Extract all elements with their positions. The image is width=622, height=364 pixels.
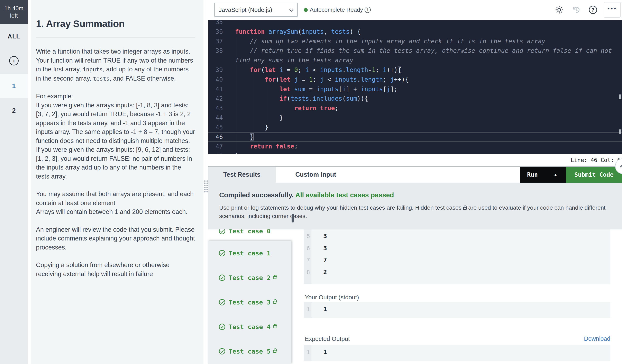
testcase-item[interactable]: Test case 2 xyxy=(208,266,291,290)
code-line[interactable]: 43 return true; xyxy=(208,103,622,113)
autocomplete-status-label: Autocomplete Ready xyxy=(310,7,363,13)
code-line[interactable]: 46 } xyxy=(208,132,622,142)
code-line[interactable]: 36function arraySum(inputs, tests) { xyxy=(208,27,622,37)
title-divider xyxy=(36,38,195,38)
code-text: } xyxy=(235,123,269,132)
io-row: 53 xyxy=(304,230,610,242)
results-summary-panel: Compiled successfully. All available tes… xyxy=(208,183,622,230)
lock-icon xyxy=(273,301,276,304)
code-line[interactable]: 47 return false; xyxy=(208,142,622,151)
expected-output-panel: 11 xyxy=(304,345,610,361)
language-value: JavaScript (Node.js) xyxy=(219,7,272,13)
check-circle-icon xyxy=(218,299,226,306)
testcase-item[interactable]: Test case 4 xyxy=(208,314,291,339)
language-select[interactable]: JavaScript (Node.js) xyxy=(214,3,298,17)
line-number: 48 xyxy=(208,151,223,154)
run-button-label: Run xyxy=(527,171,538,178)
tab-test-results[interactable]: Test Results xyxy=(208,167,276,183)
code-line[interactable]: 45 } xyxy=(208,123,622,132)
rail-all-label: ALL xyxy=(8,33,20,40)
line-number: 38 xyxy=(208,46,223,56)
rail-item-question-1[interactable]: 1 xyxy=(0,74,28,98)
testcase-item[interactable]: Test case 3 xyxy=(208,290,291,314)
lock-icon xyxy=(273,325,276,328)
autocomplete-info-icon[interactable]: i xyxy=(365,7,371,13)
tab-custom-input[interactable]: Custom Input xyxy=(276,167,356,183)
testcase-item[interactable]: Test case 1 xyxy=(208,241,291,266)
line-number: 37 xyxy=(208,37,223,46)
line-number: 36 xyxy=(208,27,223,37)
line-number: 43 xyxy=(208,103,223,113)
code-text: return true; xyxy=(235,103,339,113)
rail-item-question-2[interactable]: 2 xyxy=(0,98,28,123)
timer-line1: 1h 40m xyxy=(4,5,23,12)
help-icon[interactable]: ? xyxy=(589,6,597,14)
run-options-button[interactable]: ▲ xyxy=(545,167,566,183)
code-editor[interactable]: 3536function arraySum(inputs, tests) {37… xyxy=(208,20,622,154)
io-line-number: 1 xyxy=(304,303,310,315)
ellipsis-icon: ••• xyxy=(607,5,617,12)
history-icon[interactable] xyxy=(572,6,580,14)
code-lines: 3536function arraySum(inputs, tests) {37… xyxy=(208,20,622,154)
code-line[interactable]: 37 // sum up two elements in the inputs … xyxy=(208,37,622,46)
editor-region: JavaScript (Node.js) Autocomplete Ready … xyxy=(208,0,622,364)
code-line[interactable]: 44 } xyxy=(208,113,622,123)
download-link[interactable]: Download xyxy=(582,335,610,342)
code-text: for(let i = 0; i < inputs.length-1; i++)… xyxy=(235,65,401,75)
io-line-number: 6 xyxy=(304,242,310,254)
input-rows: 53637782 xyxy=(304,230,610,278)
editor-toolbar: JavaScript (Node.js) Autocomplete Ready … xyxy=(208,0,622,20)
question-paragraph: An engineer will review the code that yo… xyxy=(36,225,195,252)
io-value: 2 xyxy=(323,266,327,278)
your-output-rows: 11 xyxy=(304,303,610,315)
io-value: 7 xyxy=(323,254,327,266)
compile-status-line: Compiled successfully. All available tes… xyxy=(219,191,394,199)
line-number: 46 xyxy=(208,132,223,142)
testcase-scrollbar-thumb[interactable] xyxy=(292,214,294,223)
submit-code-button[interactable]: Submit Code xyxy=(566,167,622,183)
more-options-button[interactable]: ••• xyxy=(603,2,621,18)
rail-item-all[interactable]: ALL xyxy=(0,24,28,49)
theme-toggle-icon[interactable] xyxy=(555,6,563,14)
tab-test-results-label: Test Results xyxy=(223,171,260,178)
inline-code: tests xyxy=(93,76,110,82)
io-line-number: 7 xyxy=(304,254,310,266)
line-number: 42 xyxy=(208,94,223,103)
tab-custom-input-label: Custom Input xyxy=(295,171,336,178)
panel-resize-handle[interactable] xyxy=(204,180,208,193)
io-row: 11 xyxy=(304,303,610,315)
question-body: Write a function that takes two integer … xyxy=(36,47,195,278)
code-line[interactable]: 40 for(let j = 1; j < inputs.length; j++… xyxy=(208,75,622,84)
testcase-input-panel: 53637782 xyxy=(304,230,610,284)
lock-icon xyxy=(273,276,276,279)
rail-item-info[interactable]: i xyxy=(0,49,28,73)
chevron-down-icon xyxy=(289,8,293,12)
io-row: 77 xyxy=(304,254,610,266)
time-remaining: 1h 40m left xyxy=(0,0,28,24)
code-line[interactable]: 42 if(tests.includes(sum)){ xyxy=(208,94,622,103)
code-text: find any sums in the tests array xyxy=(235,56,353,65)
code-line[interactable]: 38 // return true if finds the sum in th… xyxy=(208,46,622,56)
question-2-label: 2 xyxy=(12,107,16,114)
line-number: 40 xyxy=(208,75,223,84)
check-circle-icon xyxy=(218,274,226,281)
expected-output-rows: 11 xyxy=(304,346,610,358)
line-number: 41 xyxy=(208,84,223,94)
code-text: for(let j = 1; j < inputs.length; j++){ xyxy=(235,75,409,84)
hidden-testcase-hint: Use print or log statements to debug why… xyxy=(219,204,616,220)
compiled-text: Compiled successfully. xyxy=(219,191,294,199)
code-line[interactable]: 39 for(let i = 0; i < inputs.length-1; i… xyxy=(208,65,622,75)
run-button[interactable]: Run xyxy=(520,167,545,183)
testcase-item[interactable]: Test case 5 xyxy=(208,339,291,364)
code-text: // sum up two elements in the inputs arr… xyxy=(235,37,545,46)
code-line[interactable]: 41 let sum = inputs[i] + inputs[j]; xyxy=(208,84,622,94)
question-1-label: 1 xyxy=(12,82,16,90)
check-circle-icon xyxy=(218,323,226,330)
line-number: 45 xyxy=(208,123,223,132)
code-text: function arraySum(inputs, tests) { xyxy=(235,27,361,37)
line-number: 47 xyxy=(208,142,223,151)
code-line[interactable]: 35 xyxy=(208,20,622,27)
code-text: } xyxy=(235,132,254,142)
code-line[interactable]: 48} xyxy=(208,151,622,154)
code-line[interactable]: find any sums in the tests array xyxy=(208,56,622,65)
